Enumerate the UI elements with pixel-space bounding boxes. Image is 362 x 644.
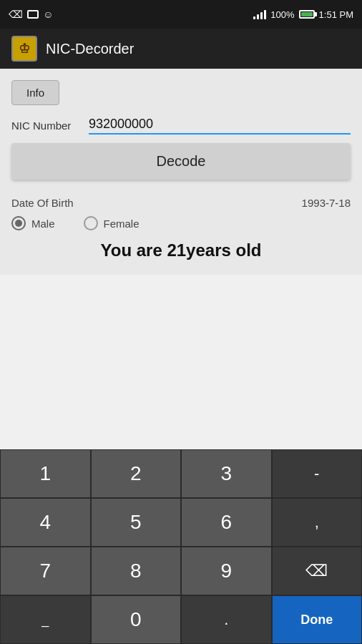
- signal-icon: [253, 9, 266, 19]
- key-6[interactable]: 6: [181, 498, 272, 547]
- key-row-2: 4 5 6 ,: [0, 498, 362, 547]
- results-area: Date Of Birth 1993-7-18 Male Female You …: [11, 194, 351, 263]
- key-row-1: 1 2 3 -: [0, 449, 362, 498]
- key-9[interactable]: 9: [181, 547, 272, 595]
- nic-label: NIC Number: [11, 119, 83, 132]
- key-4[interactable]: 4: [0, 498, 91, 547]
- main-content: Info NIC Number Decode Date Of Birth 199…: [0, 69, 362, 275]
- clock: 1:51 PM: [319, 9, 353, 20]
- female-option[interactable]: Female: [84, 216, 140, 230]
- key-row-3: 7 8 9 ⌫: [0, 547, 362, 595]
- keyboard: 1 2 3 - 4 5 6 , 7 8 9 ⌫ _ 0 . Done: [0, 449, 362, 644]
- android-icon: ☺: [43, 9, 53, 20]
- usb-icon: ⌫: [9, 9, 23, 20]
- battery-percent: 100%: [270, 9, 294, 20]
- key-2[interactable]: 2: [91, 449, 182, 498]
- key-row-4: _ 0 . Done: [0, 595, 362, 644]
- key-7[interactable]: 7: [0, 547, 91, 595]
- app-icon-letter: ♔: [19, 41, 30, 57]
- key-0[interactable]: 0: [91, 595, 182, 644]
- male-radio[interactable]: [11, 216, 26, 230]
- info-button[interactable]: Info: [11, 80, 59, 105]
- decode-button[interactable]: Decode: [11, 143, 351, 180]
- age-text: You are 21years old: [11, 240, 351, 260]
- key-3[interactable]: 3: [181, 449, 272, 498]
- key-1[interactable]: 1: [0, 449, 91, 498]
- key-period[interactable]: .: [181, 595, 272, 644]
- app-title: NIC-Decorder: [46, 41, 134, 57]
- male-option[interactable]: Male: [11, 216, 55, 230]
- key-done[interactable]: Done: [272, 595, 363, 644]
- key-backspace[interactable]: ⌫: [272, 547, 363, 595]
- key-space[interactable]: _: [0, 595, 91, 644]
- female-label: Female: [104, 218, 140, 230]
- nic-row: NIC Number: [11, 117, 351, 135]
- status-icons: ⌫ ☺: [9, 9, 53, 20]
- screenshot-icon: [27, 10, 39, 19]
- female-radio[interactable]: [84, 216, 98, 230]
- app-icon: ♔: [11, 36, 37, 62]
- battery-icon: [299, 10, 315, 19]
- male-radio-fill: [15, 220, 22, 227]
- status-bar: ⌫ ☺ 100% 1:51 PM: [0, 0, 362, 29]
- key-5[interactable]: 5: [91, 498, 182, 547]
- status-right: 100% 1:51 PM: [253, 9, 353, 20]
- nic-input-wrapper: [89, 117, 351, 135]
- key-8[interactable]: 8: [91, 547, 182, 595]
- app-bar: ♔ NIC-Decorder: [0, 29, 362, 69]
- nic-input[interactable]: [89, 117, 351, 132]
- key-comma[interactable]: ,: [272, 498, 363, 547]
- gender-row: Male Female: [11, 216, 351, 230]
- key-dash[interactable]: -: [272, 449, 363, 498]
- dob-value: 1993-7-18: [302, 197, 351, 209]
- male-label: Male: [31, 218, 55, 230]
- dob-row: Date Of Birth 1993-7-18: [11, 197, 351, 209]
- backspace-icon: ⌫: [305, 562, 328, 580]
- dob-label: Date Of Birth: [11, 197, 74, 209]
